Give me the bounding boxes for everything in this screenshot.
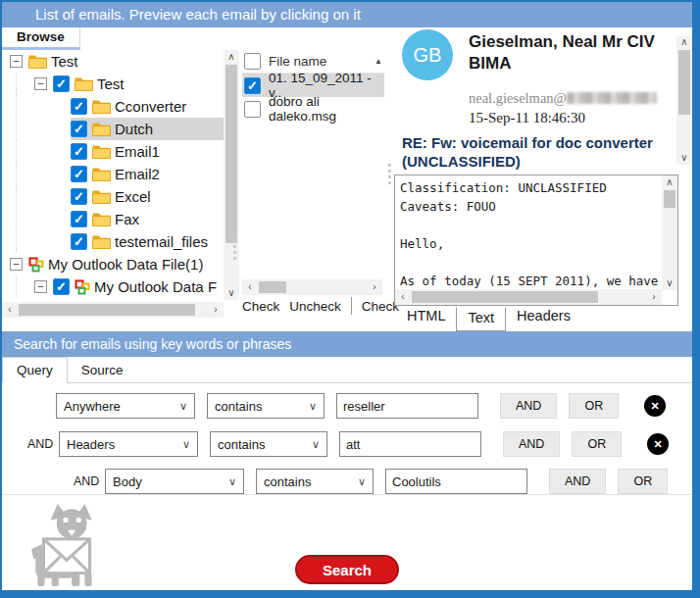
operator-select[interactable]: contains∨ <box>207 393 325 419</box>
collapse-expander-icon[interactable]: − <box>34 77 47 90</box>
scroll-left-icon[interactable]: ‹ <box>395 290 411 304</box>
folder-icon <box>28 54 47 69</box>
file-list-hscroll-thumb[interactable] <box>259 281 286 293</box>
file-checkbox[interactable]: ✓ <box>244 77 261 94</box>
tree-item-checkbox[interactable]: ✓ <box>71 166 87 182</box>
tree-item-checkbox[interactable]: ✓ <box>53 278 70 295</box>
and-button[interactable]: AND <box>503 431 560 457</box>
tree-row[interactable]: −✓Test <box>10 73 224 95</box>
collapse-expander-icon[interactable]: − <box>34 280 47 293</box>
scroll-up-icon[interactable]: ∧ <box>662 175 677 189</box>
tree-hscroll-thumb[interactable] <box>19 304 195 316</box>
folder-icon <box>92 189 111 204</box>
tree-row[interactable]: ✓Email1 <box>10 140 224 163</box>
folder-icon <box>92 144 111 159</box>
operator-select[interactable]: contains∨ <box>256 469 374 494</box>
scroll-up-icon[interactable]: ∧ <box>676 35 692 49</box>
tree-item-checkbox[interactable]: ✓ <box>71 98 87 115</box>
field-select[interactable]: Body∨ <box>105 469 244 494</box>
splitter-grip[interactable] <box>233 239 236 260</box>
file-check-actions: CheckUncheckCheck <box>242 297 399 315</box>
scroll-down-icon[interactable]: ∨ <box>224 286 239 300</box>
tree-item-label: Cconverter <box>115 98 186 115</box>
scroll-up-icon[interactable]: ∧ <box>224 50 239 64</box>
tree-vscroll-thumb[interactable] <box>225 65 237 243</box>
value-input[interactable] <box>385 469 527 494</box>
tab-headers[interactable]: Headers <box>506 307 581 326</box>
query-builder: Anywhere∨contains∨ANDOR✕ANDHeaders∨conta… <box>2 383 692 495</box>
tab-query[interactable]: Query <box>2 357 68 383</box>
tree-row[interactable]: ✓Dutch <box>10 118 224 140</box>
tree-item-checkbox[interactable]: ✓ <box>71 233 87 250</box>
remove-condition-button[interactable]: ✕ <box>644 395 666 417</box>
preview-header-scrollbar[interactable]: ∧ ∨ <box>676 35 692 165</box>
body-hscroll-thumb[interactable] <box>412 291 598 303</box>
tree-row[interactable]: ✓Cconverter <box>10 95 224 118</box>
tab-text[interactable]: Text <box>456 307 506 331</box>
body-vertical-scrollbar[interactable]: ∧ ∨ <box>662 175 677 290</box>
file-list-horizontal-scrollbar[interactable]: ‹ › <box>242 279 382 295</box>
preview-header-scroll-thumb[interactable] <box>678 50 690 115</box>
tree-item-label: Email2 <box>115 166 160 182</box>
chevron-down-icon: ∨ <box>358 475 366 488</box>
chevron-down-icon: ∨ <box>182 438 190 451</box>
tab-browse[interactable]: Browse <box>2 27 80 50</box>
tree-row[interactable]: ✓testemail_files <box>10 230 224 253</box>
list-panel-titlebar: List of emails. Preview each email by cl… <box>2 2 692 27</box>
tree-item-checkbox[interactable]: ✓ <box>71 143 87 160</box>
body-vscroll-thumb[interactable] <box>664 190 675 208</box>
file-checkbox[interactable] <box>244 101 261 118</box>
collapse-expander-icon[interactable]: − <box>10 258 23 271</box>
scroll-right-icon[interactable]: › <box>208 303 224 317</box>
tree-item-label: Excel <box>115 188 151 205</box>
file-action-uncheck-link[interactable]: Uncheck <box>289 299 341 314</box>
folder-icon <box>92 167 111 181</box>
or-button[interactable]: OR <box>572 431 622 457</box>
remove-condition-button[interactable]: ✕ <box>647 433 669 455</box>
or-button[interactable]: OR <box>569 393 619 419</box>
tab-html[interactable]: HTML <box>396 307 456 326</box>
field-select[interactable]: Anywhere∨ <box>56 393 195 419</box>
tree-row[interactable]: −My Outlook Data File(1) <box>10 253 224 275</box>
scroll-right-icon[interactable]: › <box>646 290 662 304</box>
tree-item-checkbox[interactable]: ✓ <box>71 211 87 227</box>
search-button[interactable]: Search <box>295 555 399 584</box>
message-body-text[interactable]: Classification: UNCLASSIFIED Caveats: FO… <box>400 178 660 288</box>
sender-email: neal.gieselman@ <box>469 90 657 107</box>
or-button[interactable]: OR <box>618 469 668 494</box>
file-action-check-link[interactable]: Check <box>242 299 279 314</box>
scroll-left-icon[interactable]: ‹ <box>242 280 258 294</box>
tree-item-label: Fax <box>115 211 139 227</box>
tree-row[interactable]: ✓Excel <box>10 185 224 208</box>
and-button[interactable]: AND <box>500 393 557 419</box>
scroll-right-icon[interactable]: › <box>367 280 382 294</box>
tree-item-checkbox[interactable]: ✓ <box>71 188 87 205</box>
query-row: Anywhere∨contains∨ANDOR✕ <box>56 393 692 419</box>
tree-row[interactable]: ✓Email2 <box>10 163 224 185</box>
scroll-down-icon[interactable]: ∨ <box>662 276 677 290</box>
tree-row[interactable]: −✓My Outlook Data F <box>10 275 224 298</box>
scroll-left-icon[interactable]: ‹ <box>2 303 18 317</box>
tree-vertical-scrollbar[interactable]: ∧ ∨ <box>224 50 239 300</box>
select-all-checkbox[interactable] <box>244 53 261 70</box>
value-input[interactable] <box>336 393 478 419</box>
tree-row[interactable]: −Test <box>10 50 224 73</box>
sort-ascending-icon[interactable]: ▲ <box>375 57 384 66</box>
file-row[interactable]: dobro ali daleko.msg <box>242 97 384 121</box>
body-horizontal-scrollbar[interactable]: ‹ › <box>395 289 662 305</box>
tree-row[interactable]: ✓Fax <box>10 208 224 230</box>
folder-icon <box>75 76 93 91</box>
field-select[interactable]: Headers∨ <box>59 431 198 457</box>
collapse-expander-icon[interactable]: − <box>10 55 23 68</box>
tree-horizontal-scrollbar[interactable]: ‹ › <box>2 302 224 318</box>
scroll-down-icon[interactable]: ∨ <box>676 151 692 165</box>
and-button[interactable]: AND <box>549 469 606 494</box>
operator-select[interactable]: contains∨ <box>210 431 327 457</box>
splitter-grip[interactable] <box>388 164 391 184</box>
value-input[interactable] <box>339 431 481 457</box>
file-name-label: dobro ali daleko.msg <box>269 94 384 124</box>
tree-item-checkbox[interactable]: ✓ <box>71 121 87 137</box>
file-list: File name ▲ ✓01. 15_09_2011 - v..dobro a… <box>242 49 384 121</box>
tab-source[interactable]: Source <box>68 358 137 382</box>
tree-item-checkbox[interactable]: ✓ <box>53 75 70 92</box>
